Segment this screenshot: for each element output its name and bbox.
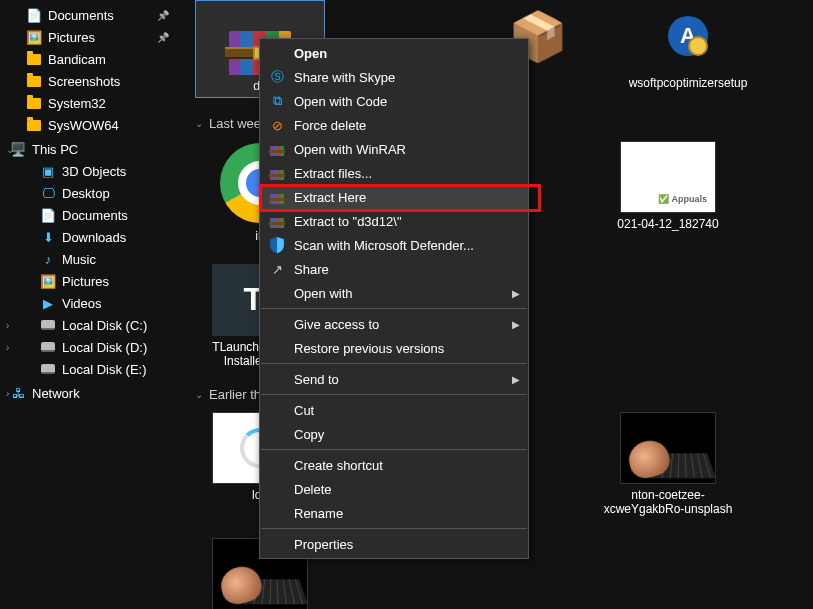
- menu-label: Restore previous versions: [294, 341, 444, 356]
- nav-thispc[interactable]: ⌄ 🖥️ This PC: [0, 138, 175, 160]
- documents-icon: 📄: [40, 207, 56, 223]
- nav-syswow64[interactable]: SysWOW64: [0, 114, 175, 136]
- menu-label: Give access to: [294, 317, 379, 332]
- menu-share[interactable]: ↗ Share: [260, 257, 528, 281]
- blank-icon: [268, 480, 286, 498]
- nav-bandicam[interactable]: Bandicam: [0, 48, 175, 70]
- menu-properties[interactable]: Properties: [260, 532, 528, 556]
- nav-disk-e[interactable]: Local Disk (E:): [0, 358, 175, 380]
- menu-extract-here[interactable]: Extract Here: [260, 185, 528, 209]
- menu-separator: [261, 528, 527, 529]
- nav-documents[interactable]: 📄 Documents: [0, 4, 175, 26]
- menu-label: Extract files...: [294, 166, 372, 181]
- 3d-icon: ▣: [40, 163, 56, 179]
- menu-separator: [261, 449, 527, 450]
- menu-extract-to[interactable]: Extract to "d3d12\": [260, 209, 528, 233]
- menu-delete[interactable]: Delete: [260, 477, 528, 501]
- blank-icon: [268, 370, 286, 388]
- music-icon: ♪: [40, 251, 56, 267]
- file-keyboard-copy[interactable]: nton-coetzee-xcweYgakbRo-unsplash - Copy: [603, 412, 733, 518]
- nav-label: This PC: [32, 142, 78, 157]
- disk-icon: [40, 361, 56, 377]
- nav-documents2[interactable]: 📄 Documents: [0, 204, 175, 226]
- folder-icon: [26, 51, 42, 67]
- menu-label: Share: [294, 262, 329, 277]
- menu-open-code[interactable]: ⧉ Open with Code: [260, 89, 528, 113]
- pictures-icon: 🖼️: [40, 273, 56, 289]
- menu-open-with[interactable]: Open with ▶: [260, 281, 528, 305]
- image-thumb: [620, 412, 716, 484]
- file-wsoftpcoptimizer[interactable]: A wsoftpcoptimizersetup: [623, 0, 753, 98]
- nav-pictures2[interactable]: 🖼️ Pictures: [0, 270, 175, 292]
- force-delete-icon: ⊘: [268, 116, 286, 134]
- nav-system32[interactable]: System32: [0, 92, 175, 114]
- menu-open[interactable]: Open: [260, 41, 528, 65]
- nav-downloads[interactable]: ⬇ Downloads: [0, 226, 175, 248]
- file-screenshot[interactable]: ✅ Appuals 021-04-12_182740: [603, 141, 733, 243]
- nav-label: Videos: [62, 296, 102, 311]
- chevron-down-icon: ⌄: [195, 389, 203, 400]
- file-label: wsoftpcoptimizersetup: [629, 76, 748, 90]
- nav-label: Local Disk (E:): [62, 362, 147, 377]
- menu-extract-files[interactable]: Extract files...: [260, 161, 528, 185]
- menu-copy[interactable]: Copy: [260, 422, 528, 446]
- nav-videos[interactable]: ▶ Videos: [0, 292, 175, 314]
- nav-network[interactable]: › 🖧 Network: [0, 382, 175, 404]
- group-label: Earlier thi: [209, 387, 264, 402]
- skype-icon: Ⓢ: [268, 68, 286, 86]
- nav-label: Bandicam: [48, 52, 106, 67]
- menu-give-access[interactable]: Give access to ▶: [260, 312, 528, 336]
- blank-icon: [268, 535, 286, 553]
- blank-icon: [268, 456, 286, 474]
- nav-label: Pictures: [62, 274, 109, 289]
- blank-icon: [268, 401, 286, 419]
- nav-music[interactable]: ♪ Music: [0, 248, 175, 270]
- blank-icon: [268, 339, 286, 357]
- menu-label: Properties: [294, 537, 353, 552]
- chevron-right-icon: ›: [6, 342, 9, 353]
- menu-cut[interactable]: Cut: [260, 398, 528, 422]
- winrar-icon: [268, 188, 286, 206]
- chevron-right-icon: ▶: [512, 319, 520, 330]
- menu-restore-versions[interactable]: Restore previous versions: [260, 336, 528, 360]
- vscode-icon: ⧉: [268, 92, 286, 110]
- menu-label: Create shortcut: [294, 458, 383, 473]
- menu-label: Copy: [294, 427, 324, 442]
- menu-force-delete[interactable]: ⊘ Force delete: [260, 113, 528, 137]
- blank-icon: [268, 315, 286, 333]
- nav-label: Pictures: [48, 30, 95, 45]
- pictures-icon: 🖼️: [26, 29, 42, 45]
- nav-disk-c[interactable]: › Local Disk (C:): [0, 314, 175, 336]
- menu-label: Rename: [294, 506, 343, 521]
- nav-3dobjects[interactable]: ▣ 3D Objects: [0, 160, 175, 182]
- menu-create-shortcut[interactable]: Create shortcut: [260, 453, 528, 477]
- nav-label: 3D Objects: [62, 164, 126, 179]
- defender-icon: [268, 236, 286, 254]
- nav-disk-d[interactable]: › Local Disk (D:): [0, 336, 175, 358]
- blank-icon: [268, 284, 286, 302]
- menu-rename[interactable]: Rename: [260, 501, 528, 525]
- menu-open-winrar[interactable]: Open with WinRAR: [260, 137, 528, 161]
- videos-icon: ▶: [40, 295, 56, 311]
- downloads-icon: ⬇: [40, 229, 56, 245]
- menu-share-skype[interactable]: Ⓢ Share with Skype: [260, 65, 528, 89]
- context-menu: Open Ⓢ Share with Skype ⧉ Open with Code…: [259, 38, 529, 559]
- menu-label: Open with: [294, 286, 353, 301]
- nav-desktop[interactable]: 🖵 Desktop: [0, 182, 175, 204]
- chevron-down-icon: ⌄: [6, 144, 14, 155]
- nav-label: Documents: [62, 208, 128, 223]
- menu-label: Open: [294, 46, 327, 61]
- menu-label: Cut: [294, 403, 314, 418]
- nav-screenshots[interactable]: Screenshots: [0, 70, 175, 92]
- nav-pictures[interactable]: 🖼️ Pictures: [0, 26, 175, 48]
- chevron-right-icon: ▶: [512, 288, 520, 299]
- menu-separator: [261, 308, 527, 309]
- nav-label: Local Disk (C:): [62, 318, 147, 333]
- folder-icon: [26, 95, 42, 111]
- menu-label: Open with Code: [294, 94, 387, 109]
- menu-defender-scan[interactable]: Scan with Microsoft Defender...: [260, 233, 528, 257]
- network-icon: 🖧: [10, 385, 26, 401]
- menu-send-to[interactable]: Send to ▶: [260, 367, 528, 391]
- nav-sidebar: 📄 Documents 🖼️ Pictures Bandicam Screens…: [0, 0, 175, 609]
- menu-separator: [261, 394, 527, 395]
